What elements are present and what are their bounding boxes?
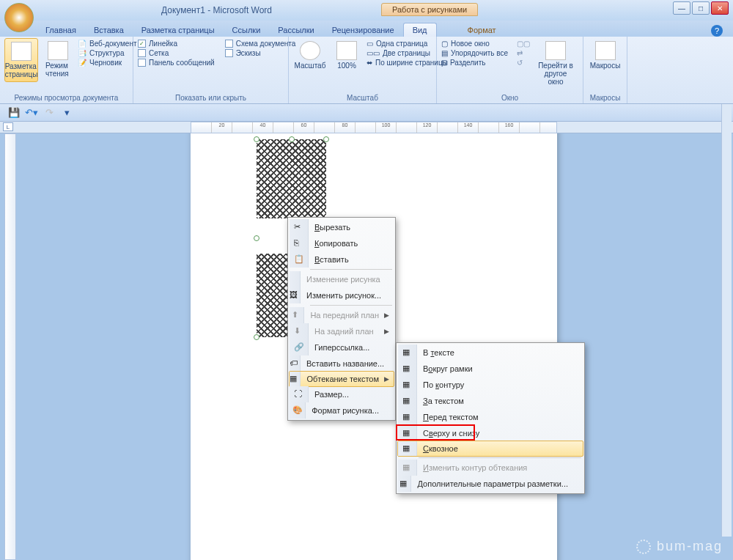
macros-icon — [595, 41, 616, 60]
tab-insert[interactable]: Вставка — [85, 23, 133, 37]
menu-item[interactable]: 📋Вставить — [290, 251, 394, 268]
two-pages-button[interactable]: ▭▭ Две страницы — [366, 49, 448, 57]
window-title: Документ1 - Microsoft Word — [161, 5, 272, 15]
submenu-item[interactable]: ▦Перед текстом — [398, 409, 583, 425]
horizontal-ruler[interactable]: 20406080100120140160 — [191, 122, 557, 133]
macros-button[interactable]: Макросы — [588, 38, 622, 73]
menu-item: ⬇На задний план▶ — [290, 323, 394, 339]
print-layout-button[interactable]: Разметка страницы — [4, 38, 38, 82]
windows-icon — [545, 41, 566, 60]
tab-page-layout[interactable]: Разметка страницы — [133, 23, 224, 37]
menu-item[interactable]: ⎘Копировать — [290, 235, 394, 251]
menu-item[interactable]: 🏷Вставить название... — [290, 355, 394, 372]
web-layout-button[interactable]: 📄 Веб-документ — [78, 40, 137, 48]
submenu-item[interactable]: ▦Сквозное — [397, 441, 583, 457]
draft-button[interactable]: 📝 Черновик — [78, 59, 137, 67]
maximize-button[interactable]: □ — [692, 1, 710, 15]
vertical-scrollbar[interactable] — [721, 104, 732, 537]
switch-windows-button[interactable]: Перейти в другое окно — [533, 38, 578, 89]
picture-context-menu: ✂Вырезать⎘Копировать📋ВставитьИзменение р… — [287, 217, 396, 421]
zoom-100-button[interactable]: 100% — [330, 38, 364, 73]
resize-handle-nw[interactable] — [254, 136, 259, 142]
vertical-ruler[interactable] — [4, 133, 16, 560]
office-button[interactable] — [4, 3, 34, 32]
group-label-show: Показать или скрыть — [133, 94, 288, 102]
save-icon[interactable]: 💾 — [7, 107, 21, 119]
menu-item[interactable]: 🔗Гиперссылка... — [290, 339, 394, 355]
group-label-macros: Макросы — [583, 94, 627, 102]
zoom-button[interactable]: Масштаб — [293, 38, 327, 73]
close-button[interactable]: ✕ — [711, 1, 729, 15]
menu-item[interactable]: ▦Обтекание текстом▶ — [289, 371, 394, 387]
submenu-item[interactable]: ▦За текстом — [398, 393, 583, 409]
submenu-item[interactable]: ▦По контуру — [398, 377, 583, 393]
ruler-checkbox[interactable]: ✓Линейка — [138, 40, 215, 48]
submenu-item: ▦Изменить контур обтекания — [398, 460, 583, 476]
redo-icon[interactable]: ↷ — [43, 107, 56, 119]
menu-item: Изменение рисунка — [290, 271, 394, 287]
group-label-views: Режимы просмотра документа — [0, 94, 133, 102]
resize-handle-w[interactable] — [254, 235, 259, 241]
ribbon-tabs: Главная Вставка Разметка страницы Ссылки… — [0, 21, 733, 37]
watermark-icon — [636, 539, 651, 554]
help-button[interactable]: ? — [711, 25, 723, 37]
submenu-item[interactable]: ▦Сверху и снизу — [398, 425, 583, 441]
qat-customize-icon[interactable]: ▾ — [60, 107, 73, 119]
arrange-all-button[interactable]: ▤ Упорядочить все — [441, 49, 508, 57]
menu-item[interactable]: ✂Вырезать — [290, 219, 394, 235]
submenu-item[interactable]: ▦Дополнительные параметры разметки... — [398, 476, 583, 492]
resize-handle-sw[interactable] — [254, 334, 259, 340]
tab-references[interactable]: Ссылки — [224, 23, 270, 37]
minimize-button[interactable]: — — [673, 1, 690, 15]
outline-button[interactable]: 📑 Структура — [78, 49, 137, 57]
submenu-item[interactable]: ▦Вокруг рамки — [398, 361, 583, 377]
thumbnails-checkbox[interactable]: Эскизы — [225, 49, 296, 57]
group-label-window: Окно — [437, 94, 583, 102]
one-page-button[interactable]: ▭ Одна страница — [366, 40, 448, 48]
submenu-item[interactable]: ▦В тексте — [398, 345, 583, 361]
group-label-zoom: Масштаб — [289, 94, 436, 102]
tab-format[interactable]: Формат — [459, 23, 505, 37]
text-wrapping-submenu: ▦В тексте▦Вокруг рамки▦По контуру▦За тек… — [396, 342, 585, 494]
menu-item[interactable]: 🖼Изменить рисунок... — [290, 287, 394, 303]
undo-icon[interactable]: ↶▾ — [25, 107, 38, 119]
tab-mailings[interactable]: Рассылки — [269, 23, 323, 37]
resize-handle-n[interactable] — [289, 136, 295, 142]
resize-handle-ne[interactable] — [323, 136, 329, 142]
reading-mode-button[interactable]: Режим чтения — [41, 38, 75, 81]
tab-home[interactable]: Главная — [37, 23, 85, 37]
tab-view[interactable]: Вид — [403, 23, 437, 37]
message-bar-checkbox[interactable]: Панель сообщений — [138, 59, 215, 67]
quick-access-toolbar: 💾 ↶▾ ↷ ▾ — [0, 104, 733, 122]
page-width-button[interactable]: ⬌ По ширине страницы — [366, 59, 448, 67]
menu-item[interactable]: 🎨Формат рисунка... — [290, 402, 394, 419]
split-button[interactable]: ⊟ Разделить — [441, 59, 508, 67]
page-layout-icon — [11, 42, 32, 61]
new-window-button[interactable]: ▢ Новое окно — [441, 40, 508, 48]
document-map-checkbox[interactable]: Схема документа — [225, 40, 296, 48]
reading-icon — [48, 41, 68, 60]
page-icon — [336, 41, 357, 60]
magnifier-icon — [300, 41, 320, 60]
ruler-corner[interactable]: L — [3, 122, 13, 131]
watermark: bum-mag — [636, 539, 723, 554]
gridlines-checkbox[interactable]: Сетка — [138, 49, 215, 57]
tab-review[interactable]: Рецензирование — [323, 23, 403, 37]
context-tab-title: Работа с рисунками — [381, 3, 478, 16]
ribbon: Разметка страницы Режим чтения 📄 Веб-док… — [0, 37, 733, 104]
menu-item: ⬆На передний план▶ — [290, 307, 394, 323]
menu-item[interactable]: ⛶Размер... — [290, 386, 394, 402]
